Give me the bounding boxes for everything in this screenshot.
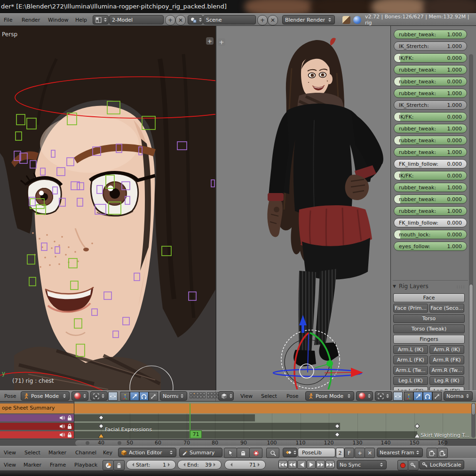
timeline-marker[interactable] xyxy=(414,434,420,438)
rig-layer-button-face-seco[interactable]: Face (Seco... xyxy=(429,304,464,313)
lock-icon[interactable] xyxy=(67,415,72,421)
ds-view-menu[interactable]: View xyxy=(4,446,16,459)
mute-speaker-icon[interactable] xyxy=(59,415,65,421)
mode-select-center[interactable]: Pose Mode xyxy=(305,391,354,401)
increment-arrow-icon[interactable] xyxy=(258,463,262,467)
rotate-manipulator-button-center[interactable] xyxy=(423,392,432,401)
rig-layer-button-torso-tweak[interactable]: Torso (Tweak) xyxy=(393,324,465,333)
time-display-toggle[interactable] xyxy=(103,460,114,470)
lock-icon[interactable] xyxy=(67,432,72,438)
start-frame-field[interactable]: Start: 1 xyxy=(126,460,176,469)
screen-layout-name[interactable]: 2-Model xyxy=(109,15,164,24)
manipulator-toggle-left[interactable] xyxy=(108,392,118,401)
menu-file[interactable]: File xyxy=(4,14,12,26)
scrollbar-zoom-handle[interactable] xyxy=(86,441,89,445)
frame-ruler[interactable]: 405060708090100110120130140150160 xyxy=(0,439,476,446)
action-name-field[interactable]: PoseLib xyxy=(298,448,335,457)
translate-manipulator-button-center[interactable] xyxy=(413,392,423,401)
scrollbar-zoom-handle[interactable] xyxy=(118,441,121,445)
ds-key-menu[interactable]: Key xyxy=(103,446,112,459)
add-layout-button[interactable]: + xyxy=(165,15,175,25)
mute-speaker-icon[interactable] xyxy=(59,423,65,429)
filter-cursor-button[interactable] xyxy=(224,448,237,458)
current-frame-badge[interactable]: 71 xyxy=(190,430,202,438)
mode-select-left[interactable]: Pose Mode xyxy=(21,391,70,401)
manipulator-axis-button-center[interactable] xyxy=(404,392,413,401)
rig-property-slider[interactable]: IK/FK:0.000 xyxy=(394,53,467,63)
manipulator-axis-button-left[interactable] xyxy=(120,392,130,401)
previous-keyframe-button[interactable] xyxy=(288,460,297,469)
add-scene-button[interactable]: + xyxy=(257,15,268,25)
region-expand-button[interactable]: + xyxy=(218,38,225,46)
orientation-select-left[interactable]: Normal xyxy=(160,391,187,401)
play-reverse-button[interactable] xyxy=(297,460,306,469)
menu-window[interactable]: Window xyxy=(48,14,68,26)
view-menu[interactable]: View xyxy=(240,391,253,402)
pose-menu[interactable]: Pose xyxy=(286,391,298,402)
dope-sheet-area[interactable]: Facial ExpressionsSkirt Weighting T... o… xyxy=(0,401,476,446)
rig-property-slider[interactable]: mouth_lock:0.000 xyxy=(394,230,467,239)
sync-mode-select[interactable]: No Sync xyxy=(337,460,387,469)
pivot-select-center[interactable] xyxy=(375,391,392,401)
rig-layer-button-face[interactable]: Face xyxy=(393,293,465,302)
scene-name[interactable]: Scene xyxy=(203,15,256,24)
ds-select-menu[interactable]: Select xyxy=(24,446,40,459)
rig-property-slider[interactable]: eyes_follow:1.000 xyxy=(394,242,467,251)
rig-property-slider[interactable]: rubber_tweak:0.000 xyxy=(394,194,467,204)
rig-layer-button-leg-l-ik[interactable]: Leg.L (IK) xyxy=(393,376,428,385)
region-expand-button[interactable]: + xyxy=(206,37,214,45)
rig-layer-button-arm-l-fk[interactable]: Arm.L (FK) xyxy=(393,355,428,364)
pivot-select-left[interactable] xyxy=(90,391,108,401)
panel-scrollbar-knob[interactable] xyxy=(469,284,473,408)
filter-search-button[interactable] xyxy=(266,448,279,458)
dopesheet-scrollbar-knob[interactable] xyxy=(471,403,476,415)
manipulator-toggle-center[interactable] xyxy=(393,392,403,401)
channel-row[interactable] xyxy=(0,423,74,430)
copy-pose-button[interactable] xyxy=(427,448,437,458)
scene-icon-button[interactable] xyxy=(188,15,203,24)
auto-keying-set-button[interactable] xyxy=(408,460,419,470)
rig-property-slider[interactable]: rubber_tweak:1.000 xyxy=(394,183,467,192)
jump-to-start-button[interactable] xyxy=(278,460,287,469)
screen-layout-icon-button[interactable] xyxy=(93,15,109,24)
scale-manipulator-button-center[interactable] xyxy=(432,392,442,401)
tl-view-menu[interactable]: View xyxy=(4,459,16,471)
current-frame-field[interactable]: 71 xyxy=(224,460,266,469)
rig-layer-button-fingers[interactable]: Fingers xyxy=(393,335,465,344)
scale-manipulator-button-left[interactable] xyxy=(149,392,158,401)
increment-arrow-icon[interactable] xyxy=(168,463,172,467)
next-keyframe-button[interactable] xyxy=(316,460,325,469)
viewport-shading-center[interactable] xyxy=(356,391,373,401)
pose-menu[interactable]: Pose xyxy=(4,391,16,402)
rig-layer-button-arm-r-tw[interactable]: Arm.R (Tw... xyxy=(429,366,464,375)
rig-property-slider[interactable]: FK_limb_follow:0.000 xyxy=(394,159,467,169)
summary-channel-row[interactable]: ope Sheet Summary xyxy=(0,403,476,413)
action-users-count[interactable]: 2 xyxy=(336,448,344,458)
ds-marker-menu[interactable]: Marker xyxy=(48,446,66,459)
lock-icon[interactable] xyxy=(67,423,72,429)
new-action-button[interactable]: + xyxy=(355,448,365,458)
rig-layer-button-arm-l-tw[interactable]: Arm.L (Tw... xyxy=(393,366,428,375)
keying-set-field[interactable]: LocRotScale xyxy=(419,460,464,469)
rig-property-slider[interactable]: rubber_tweak:1.000 xyxy=(394,206,467,216)
translate-manipulator-button-left[interactable] xyxy=(130,392,139,401)
play-button[interactable] xyxy=(307,460,316,469)
rig-layer-button-arm-r-fk[interactable]: Arm.R (FK) xyxy=(429,355,464,364)
editor-mode-select[interactable]: Action Editor xyxy=(118,448,176,457)
paste-pose-button[interactable] xyxy=(437,448,448,458)
rig-layer-button-torso[interactable]: Torso xyxy=(393,314,465,323)
decrement-arrow-icon[interactable] xyxy=(182,463,185,467)
rig-property-slider[interactable]: IK_Strertch:1.000 xyxy=(394,100,467,110)
render-engine-select[interactable]: Blender Render xyxy=(282,15,335,24)
snap-mode-select[interactable]: Nearest Frame xyxy=(377,448,423,457)
dopesheet-scrollbar[interactable] xyxy=(471,403,476,438)
delete-scene-button[interactable]: ✕ xyxy=(268,15,278,25)
end-frame-field[interactable]: End: 39 xyxy=(177,460,222,469)
decrement-arrow-icon[interactable] xyxy=(130,463,134,467)
channel-row[interactable] xyxy=(0,431,74,438)
keyframe-type-select[interactable] xyxy=(283,448,297,457)
unlink-action-button[interactable]: ✕ xyxy=(365,448,375,458)
rig-property-slider[interactable]: rubber_tweak:1.000 xyxy=(394,124,467,133)
select-menu[interactable]: Select xyxy=(261,391,277,402)
rig-property-slider[interactable]: rubber_tweak:1.000 xyxy=(394,65,467,74)
